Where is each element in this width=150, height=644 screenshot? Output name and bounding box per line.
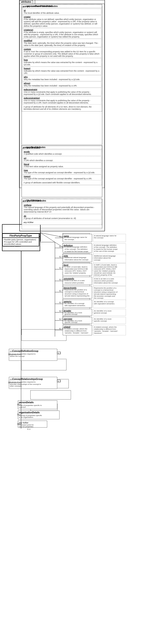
svg-rect-97 (63, 328, 64, 329)
svg-rect-143 (18, 411, 60, 419)
attr-xmllang: xmllang The natural language of this pro… (23, 203, 101, 214)
svg-rect-80 (63, 300, 92, 308)
svg-text:An identifier of a more: An identifier of a more (64, 312, 82, 314)
attr-uri: uri A URI which identifies a concept. (23, 156, 101, 162)
svg-text:structure using a sequence of: structure using a sequence of (94, 291, 118, 293)
svg-rect-45 (63, 234, 92, 242)
svg-text:personDetails: personDetails (19, 401, 34, 404)
svg-text:of the concept. The definition: of the concept. The definition (64, 248, 88, 250)
svg-text:used; the 'related' property: used; the 'related' property (94, 270, 115, 272)
svg-text:0..*: 0..* (60, 246, 62, 248)
main-class-body: Flexible party (person, organisation) PC… (3, 238, 39, 246)
svg-rect-90 (63, 317, 92, 324)
svg-text:QCode tokens representing: QCode tokens representing (94, 293, 116, 295)
svg-rect-163 (93, 234, 126, 242)
svg-line-209 (92, 248, 93, 249)
svg-rect-129 (57, 352, 60, 354)
svg-rect-137 (57, 380, 60, 382)
svg-text:the concept.: the concept. (94, 237, 104, 239)
svg-rect-70 (63, 279, 64, 281)
svg-text:describe relationships of the : describe relationships of the concept to (10, 383, 41, 385)
svg-text:In NAR 1.8 and later, facet is: In NAR 1.8 and later, facet is (94, 264, 117, 266)
svg-rect-11 (63, 280, 90, 287)
svg-rect-92 (63, 320, 64, 321)
svg-text:general concept.: general concept. (64, 313, 78, 315)
svg-rect-16 (22, 330, 66, 340)
svg-text:Represents the position of a: Represents the position of a (64, 289, 87, 291)
svg-text:specific concept.: specific concept. (94, 320, 107, 322)
svg-text:the concept.: the concept. (64, 238, 74, 240)
tab-attributes: attributes (20, 0, 33, 3)
attr-qcode: qcode A qualified code which identifies … (23, 150, 101, 156)
svg-text:0..*: 0..* (60, 256, 62, 258)
i18n-attrs-title: grp grp i18nAttributes (22, 199, 102, 202)
svg-text:sameAs: sameAs (64, 300, 72, 303)
svg-text:A related concept, where the: A related concept, where the (64, 328, 88, 330)
svg-text:0..*: 0..* (60, 310, 62, 312)
diagram-container: attributes grp grp commonPowerAttributes… (0, 0, 150, 644)
attr-creator: creator If the attribute value is not de… (23, 15, 101, 28)
attr-how: how Indicates by which means the value w… (23, 58, 101, 66)
attr-modified: modified The date (and, optionally, the … (23, 39, 101, 47)
svg-text:is meant for the human scope: is meant for the human scope (64, 250, 88, 252)
svg-rect-131 (9, 377, 57, 389)
i18n-attributes-group: grp grp i18nAttributes xmllang The natur… (22, 199, 102, 225)
svg-text:Handover'.: Handover'. (94, 332, 102, 334)
svg-rect-171 (93, 254, 126, 263)
svg-text:structure using a sequence of: structure using a sequence of (64, 293, 88, 295)
svg-text:0..*: 0..* (60, 236, 62, 238)
svg-text:resource which provides: resource which provides (94, 280, 113, 282)
svg-text:An identifier of a concept: An identifier of a concept (94, 301, 114, 303)
svg-text:relationship is different from: relationship is different from (64, 330, 86, 332)
svg-rect-87 (63, 312, 64, 313)
svg-line-23 (40, 233, 63, 237)
svg-rect-20 (30, 404, 58, 411)
svg-text:concept in a hierarchical: concept in a hierarchical (64, 291, 84, 293)
svg-text:A natural language name for: A natural language name for (94, 235, 116, 237)
svg-text:general concept.: general concept. (94, 312, 107, 314)
svg-rect-197 (93, 309, 126, 316)
svg-rect-8 (63, 254, 90, 260)
svg-rect-56 (63, 254, 92, 262)
svg-text:with equivalent semantics.: with equivalent semantics. (64, 304, 86, 306)
svg-text:Additional natural language: Additional natural language (64, 256, 86, 258)
svg-text:0..*: 0..* (58, 352, 60, 354)
svg-rect-58 (63, 256, 64, 258)
attr-literal: literal A free-text value assigned as pr… (23, 162, 101, 168)
svg-rect-166 (93, 244, 126, 256)
svg-rect-161 (18, 414, 18, 415)
svg-line-21 (21, 233, 22, 335)
attr-type: type The type of the concept assigned as… (23, 168, 101, 174)
svg-text:the concept.: the concept. (94, 237, 106, 240)
svg-text:broader: broader (64, 310, 71, 312)
svg-text:A natural language name for: A natural language name for (64, 236, 87, 238)
attr-pubconstrainturi: pubconstrainturi One or many constraints… (23, 96, 101, 104)
svg-rect-111 (94, 234, 124, 242)
svg-text:intrinsic property of the: intrinsic property of the (94, 274, 112, 276)
svg-rect-9 (63, 262, 90, 269)
svg-text:concept.: concept. (94, 259, 101, 261)
svg-text:concept.: concept. (94, 276, 101, 278)
svg-text:ConceptDefinitionGroup: ConceptDefinitionGroup (12, 350, 38, 352)
svg-text:to an organisation.: to an organisation. (19, 416, 34, 418)
svg-text:'sameAs', 'broader', 'narrower: 'sameAs', 'broader', 'narrower'. (94, 330, 118, 332)
svg-text:define the concept: define the concept (10, 355, 25, 357)
svg-text:0..*: 0..* (60, 290, 62, 292)
svg-text:In NAR 1.8 and later, facet is: In NAR 1.8 and later, facet is (64, 266, 88, 268)
svg-line-24 (40, 233, 63, 247)
svg-text:note: note (64, 255, 68, 257)
svg-rect-6 (63, 233, 90, 241)
flex-party-prop-type-class: FlexPartyPropType Flexible party (person… (2, 233, 39, 246)
svg-text:the concept.: the concept. (94, 297, 104, 299)
svg-text:An identifier of a more: An identifier of a more (94, 318, 112, 320)
attr-id: id The local identifier of the attribute… (23, 9, 101, 15)
svg-rect-160 (18, 404, 18, 405)
svg-text:specific concept.: specific concept. (64, 321, 78, 323)
svg-rect-95 (63, 325, 92, 335)
svg-rect-18 (30, 379, 68, 388)
svg-text:0..*: 0..* (60, 278, 62, 281)
svg-text:grp: grp (10, 350, 13, 352)
svg-text:A group of properties required: A group of properties required to (10, 381, 36, 383)
common-power-attributes-group: grp grp commonPowerAttributes id The loc… (22, 4, 102, 112)
svg-text:A natural language name for: A natural language name for (94, 235, 120, 237)
